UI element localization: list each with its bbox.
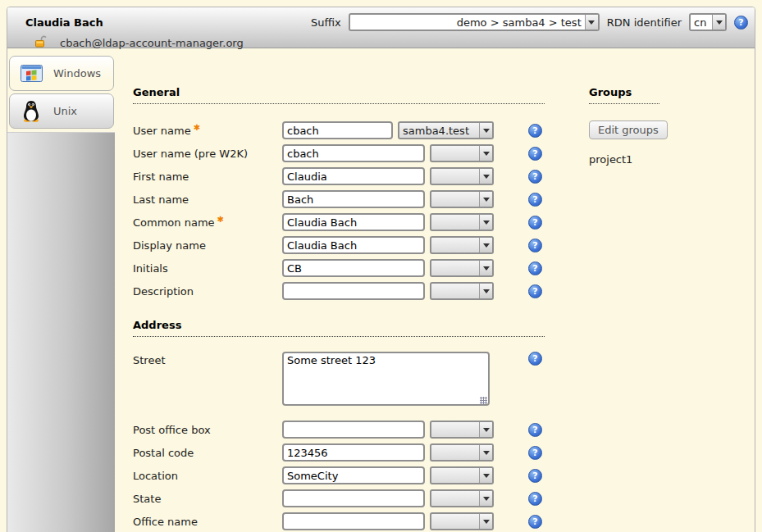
field-label: Street (133, 352, 282, 366)
field-label: Location (133, 470, 178, 482)
field-input[interactable] (282, 121, 393, 139)
windows-logo-icon (20, 65, 43, 82)
edit-groups-button[interactable]: Edit groups (589, 120, 668, 139)
resize-grip-icon[interactable] (480, 397, 487, 404)
help-icon[interactable]: ? (528, 515, 542, 529)
domain-select[interactable] (430, 512, 494, 530)
field-label: Last name (133, 193, 189, 206)
help-icon[interactable]: ? (528, 193, 542, 207)
form-row: Postal code ? (133, 441, 545, 464)
help-icon[interactable]: ? (528, 284, 542, 298)
help-icon[interactable]: ? (528, 239, 542, 252)
account-form: General User name✱ samba4.test ? User na… (133, 48, 545, 532)
rdn-select-value: cn (691, 16, 712, 29)
chevron-down-icon (479, 192, 492, 207)
domain-select[interactable] (430, 489, 494, 507)
section-address-heading: Address (133, 319, 545, 337)
chevron-down-icon (479, 514, 492, 529)
suffix-select[interactable]: demo > samba4 > test (349, 13, 600, 31)
field-label: User name (pre W2K) (133, 148, 248, 160)
help-icon[interactable]: ? (528, 352, 542, 366)
form-row: Location ? (133, 464, 545, 487)
domain-select[interactable]: samba4.test (398, 121, 494, 139)
help-icon[interactable]: ? (528, 124, 542, 138)
domain-select[interactable] (430, 190, 494, 208)
domain-select[interactable] (430, 167, 494, 185)
groups-panel: Groups Edit groups project1 (589, 48, 728, 532)
domain-select[interactable] (430, 443, 494, 462)
chevron-down-icon (479, 468, 492, 483)
domain-select[interactable] (430, 259, 494, 277)
help-icon[interactable]: ? (528, 147, 542, 161)
chevron-down-icon (585, 15, 598, 30)
rdn-identifier-label: RDN identifier (607, 16, 682, 29)
chevron-down-icon (712, 15, 725, 30)
domain-select[interactable] (430, 236, 494, 254)
form-row: User name✱ samba4.test ? (133, 119, 545, 142)
field-input[interactable] (282, 259, 425, 277)
form-row: State ? (133, 487, 545, 510)
field-label: First name (133, 171, 189, 183)
help-icon[interactable]: ? (528, 469, 542, 483)
chevron-down-icon (479, 169, 492, 184)
field-label: Post office box (133, 424, 211, 436)
field-input[interactable] (282, 489, 425, 507)
field-input[interactable] (282, 213, 425, 231)
chevron-down-icon (479, 284, 492, 298)
field-input[interactable] (282, 466, 425, 484)
domain-select[interactable] (430, 213, 494, 231)
domain-select[interactable] (430, 282, 494, 300)
sidebar-filler (7, 132, 115, 532)
general-fields: User name✱ samba4.test ? User name (pre … (133, 119, 545, 302)
page-title: Claudia Bach (19, 16, 103, 29)
tab-windows-label: Windows (53, 67, 101, 80)
chevron-down-icon (479, 261, 492, 275)
field-input[interactable] (282, 236, 425, 254)
form-row: Display name ? (133, 234, 545, 257)
domain-select[interactable] (430, 421, 494, 439)
module-tab-sidebar: Windows Unix (7, 48, 115, 532)
form-row: User name (pre W2K) ? (133, 142, 545, 165)
field-input[interactable] (282, 190, 425, 208)
help-icon[interactable]: ? (528, 261, 542, 275)
chevron-down-icon (479, 422, 492, 437)
field-label: Initials (133, 262, 168, 275)
domain-select-value: samba4.test (399, 125, 479, 137)
field-input[interactable] (282, 421, 425, 439)
field-input[interactable] (282, 144, 425, 162)
address-fields: Post office box ? Postal code ? Location (133, 418, 545, 532)
tab-windows[interactable]: Windows (9, 56, 114, 91)
required-marker: ✱ (217, 215, 224, 224)
help-icon[interactable]: ? (528, 216, 542, 230)
street-textarea[interactable] (282, 352, 490, 406)
help-icon[interactable]: ? (528, 423, 542, 437)
chevron-down-icon (479, 491, 492, 506)
group-item: project1 (589, 153, 728, 166)
chevron-down-icon (479, 445, 492, 460)
field-label: State (133, 493, 161, 505)
chevron-down-icon (479, 123, 492, 138)
rdn-identifier-select[interactable]: cn (689, 13, 727, 31)
domain-select[interactable] (430, 466, 494, 484)
form-row: Post office box ? (133, 418, 545, 441)
form-row: Initials ? (133, 257, 545, 280)
tab-unix[interactable]: Unix (9, 93, 114, 129)
section-general-heading: General (133, 86, 545, 104)
help-icon[interactable]: ? (528, 446, 542, 460)
help-icon[interactable]: ? (528, 492, 542, 506)
required-marker: ✱ (194, 123, 200, 132)
tab-unix-label: Unix (53, 105, 77, 117)
field-input[interactable] (282, 443, 425, 462)
chevron-down-icon (479, 146, 492, 161)
help-icon[interactable]: ? (528, 170, 542, 184)
form-row: Common name✱ ? (133, 211, 545, 234)
field-label: Postal code (133, 447, 194, 459)
groups-heading: Groups (589, 86, 659, 104)
domain-select[interactable] (430, 144, 494, 162)
field-input[interactable] (282, 512, 425, 530)
field-input[interactable] (282, 167, 425, 185)
form-row: Last name ? (133, 188, 545, 211)
field-input[interactable] (282, 282, 425, 300)
help-icon[interactable]: ? (734, 16, 748, 30)
tux-icon (20, 100, 43, 122)
